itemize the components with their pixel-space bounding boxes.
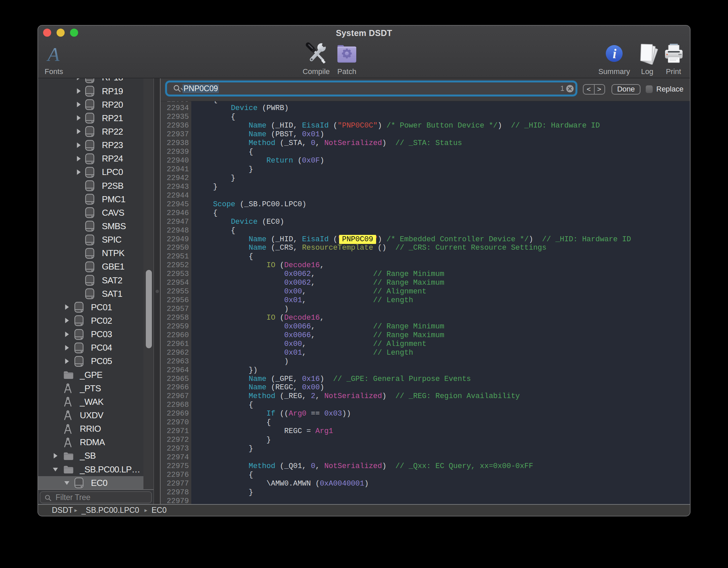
svg-text:A: A	[46, 45, 60, 64]
svg-text:i: i	[613, 46, 616, 61]
